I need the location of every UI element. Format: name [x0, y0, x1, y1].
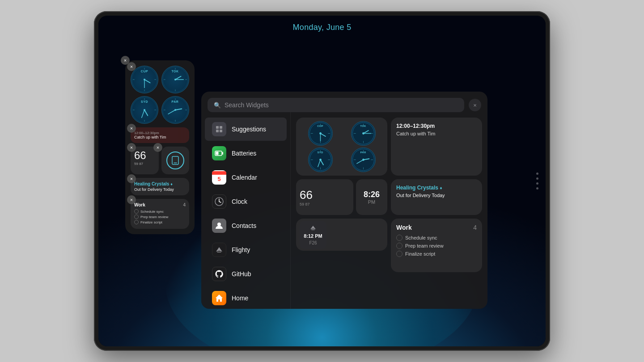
svg-line-26 [175, 109, 182, 110]
preview-clock-time: 8:26 [364, 190, 380, 199]
calendar-event-time: 12:00–12:30pm [134, 131, 186, 135]
side-dot [536, 177, 538, 180]
phone-icon [166, 152, 184, 169]
sidebar-item-github[interactable]: GitHub [205, 262, 287, 286]
preview-work-header: Work 4 [396, 224, 477, 231]
sidebar-label-github: GitHub [232, 270, 251, 278]
close-weather-widget-button[interactable]: × [127, 143, 136, 152]
work-widget: Work 4 Schedule sync Prep team review Fi… [131, 199, 189, 229]
svg-line-19 [144, 110, 148, 116]
picker-body: Suggestions Batteries [201, 112, 487, 309]
work-item-label-1: Schedule sync [140, 210, 164, 214]
preview-clock-par: PAR [351, 147, 376, 172]
work-radio-2 [134, 215, 139, 219]
search-bar[interactable]: 🔍 Search Widgets [208, 98, 464, 112]
svg-rect-32 [216, 152, 219, 155]
work-count: 4 [183, 202, 186, 207]
preview-clocks-widget[interactable]: CUP [296, 118, 387, 176]
preview-work-radio-1 [396, 235, 402, 241]
preview-calendar-widget[interactable]: 12:00–12:30pm Catch up with Tim [391, 118, 482, 176]
clock-par: PAR [161, 96, 189, 124]
work-item-label-3: Finalize script [140, 220, 162, 224]
flighty-icon [212, 243, 226, 257]
preview-work-title: Work [396, 224, 412, 231]
close-package-widget-button[interactable]: × [127, 174, 136, 183]
sidebar-item-calendar[interactable]: 5 Calendar [205, 166, 287, 189]
widget-picker-panel: 🔍 Search Widgets × [201, 92, 487, 309]
svg-point-49 [319, 132, 322, 135]
clock-tok: TOK [161, 66, 189, 93]
search-placeholder: Search Widgets [225, 101, 269, 109]
preview-flight-widget[interactable]: 8:12 PM F26 [296, 219, 387, 251]
home-icon [212, 291, 226, 305]
preview-work-item-1: Schedule sync [396, 235, 477, 241]
close-clock-widget-button[interactable]: × [127, 62, 136, 71]
preview-work-item-2: Prep team review [396, 243, 477, 249]
svg-point-73 [362, 159, 364, 161]
work-radio-3 [134, 220, 139, 224]
sidebar-item-suggestions[interactable]: Suggestions [205, 118, 287, 141]
work-item-1: Schedule sync [134, 209, 186, 214]
github-icon [212, 267, 226, 281]
sidebar-item-home[interactable]: Home [205, 286, 287, 309]
preview-clock-tok: TOK [351, 121, 376, 146]
clock-cup: CUP [131, 66, 158, 93]
preview-weather-range: 59 87 [300, 202, 350, 206]
svg-line-5 [144, 80, 150, 83]
preview-package-widget[interactable]: Healing Crystals ♦ Out for Delivery Toda… [391, 179, 482, 215]
preview-work-text-2: Prep team review [405, 243, 444, 248]
sidebar-item-batteries[interactable]: Batteries [205, 142, 287, 165]
sidebar-label-clock: Clock [232, 198, 247, 205]
clock-center [144, 109, 145, 111]
date-label: Monday, June 5 [293, 23, 352, 32]
sidebar-label-contacts: Contacts [232, 222, 256, 229]
weather-temp: 66 [134, 150, 155, 161]
preview-work-radio-2 [396, 243, 402, 249]
clock-syd: SYD [131, 96, 158, 124]
side-dots [536, 173, 538, 189]
preview-work-widget[interactable]: Work 4 Schedule sync Prep team review [391, 219, 482, 272]
svg-point-36 [217, 223, 221, 226]
suggestions-icon [212, 122, 226, 136]
sidebar-label-batteries: Batteries [232, 150, 256, 157]
preview-clock-period: PM [364, 199, 380, 205]
clock-widget-group: CUP [131, 66, 189, 124]
preview-package-name: Healing Crystals ♦ [396, 185, 477, 191]
close-picker-button[interactable]: × [469, 99, 481, 111]
svg-rect-31 [222, 152, 223, 155]
close-calendar-widget-button[interactable]: × [127, 124, 136, 133]
search-icon: 🔍 [214, 102, 221, 109]
svg-point-57 [362, 132, 364, 135]
clock-center [174, 79, 176, 80]
ipad-frame: Monday, June 5 × × CUP [94, 11, 550, 351]
sidebar-item-flighty[interactable]: Flighty [205, 238, 287, 261]
preview-clock-small-widget[interactable]: 8:26 PM [356, 179, 387, 215]
preview-work-item-3: Finalize script [396, 251, 477, 257]
calendar-widget: 12:00–12:30pm Catch up with Tim [131, 127, 189, 143]
weather-range: 59 87 [134, 162, 155, 166]
work-item-2: Prep team review [134, 215, 186, 219]
preview-clock-cup: CUP [308, 121, 333, 146]
preview-flight-code: F26 [309, 240, 317, 245]
close-phone-widget-button[interactable]: × [153, 143, 162, 152]
sidebar-item-clock[interactable]: Clock [205, 190, 287, 213]
side-dot [536, 182, 538, 185]
preview-work-text-1: Schedule sync [405, 235, 437, 240]
flight-plane-icon [309, 224, 317, 232]
clock-icon [212, 194, 226, 209]
calendar-icon: 5 [212, 170, 226, 185]
preview-work-count: 4 [473, 224, 477, 231]
picker-preview: CUP [291, 112, 487, 309]
phone-widget [161, 147, 189, 174]
preview-cal-event: Catch up with Tim [396, 131, 477, 136]
package-widget: Healing Crystals ♦ Out for Delivery Toda… [131, 178, 189, 195]
preview-weather-temp: 66 [300, 188, 350, 202]
svg-rect-28 [172, 156, 178, 164]
work-item-label-2: Prep team review [140, 215, 168, 219]
picker-header: 🔍 Search Widgets × [201, 92, 487, 112]
preview-weather-widget[interactable]: 66 59 87 [296, 179, 353, 215]
svg-point-65 [319, 159, 322, 161]
preview-work-text-3: Finalize script [405, 251, 435, 257]
close-work-widget-button[interactable]: × [127, 195, 136, 204]
sidebar-item-contacts[interactable]: Contacts [205, 214, 287, 237]
